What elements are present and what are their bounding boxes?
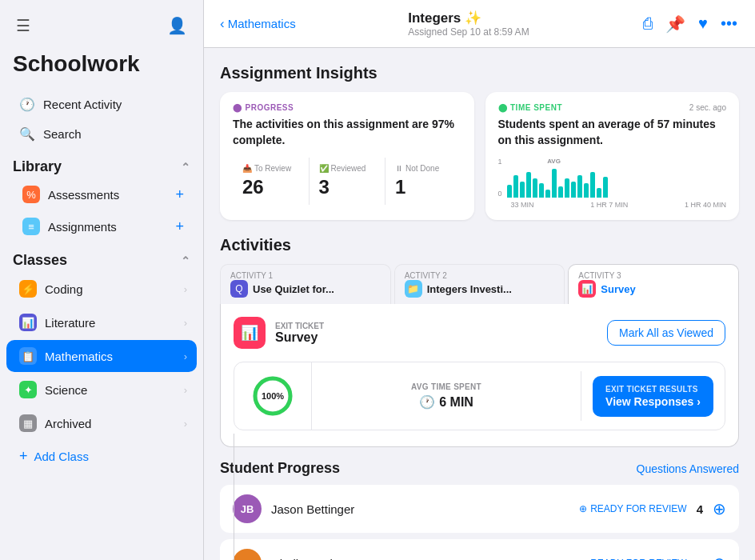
sidebar-item-literature[interactable]: 📊 Literature › [6, 306, 197, 338]
sidebar-item-science[interactable]: ✦ Science › [6, 374, 197, 406]
ready-icon: ⊕ [579, 503, 587, 514]
library-section-title[interactable]: Library ⌃ [0, 149, 203, 178]
add-class-button[interactable]: + Add Class [6, 441, 197, 472]
chart-label-2: 1 HR 7 MIN [590, 201, 628, 209]
not-done-label: ⏸ Not Done [395, 164, 452, 173]
exit-ticket-icon: 📊 [234, 317, 266, 349]
back-button[interactable]: ‹ Mathematics [220, 16, 296, 32]
science-class-icon: ✦ [19, 381, 37, 398]
page-title: Integers ✨ [408, 10, 529, 26]
pause-icon: ⏸ [395, 164, 403, 173]
bar-7 [545, 190, 550, 198]
time-ago: 2 sec. ago [689, 103, 726, 112]
library-chevron-icon: ⌃ [181, 161, 190, 174]
more-options-button[interactable]: ••• [719, 13, 739, 34]
exit-ticket-label: EXIT TICKET [275, 322, 324, 330]
questions-answered-link[interactable]: Questions Answered [637, 462, 739, 475]
activity-tabs: ACTIVITY 1 Q Use Quizlet for... ACTIVITY… [220, 264, 739, 304]
quizlet-icon: Q [230, 280, 248, 298]
mark-all-viewed-button[interactable]: Mark All as Viewed [607, 320, 725, 346]
literature-class-icon: 📊 [19, 314, 37, 331]
coding-class-icon: ⚡ [19, 280, 37, 298]
avg-label: AVG [547, 158, 561, 165]
folder-icon: 📁 [405, 280, 422, 298]
exit-ticket-name: Survey [275, 330, 324, 345]
bar-chart-labels: 33 MIN 1 HR 7 MIN 1 HR 40 MIN [498, 201, 727, 209]
inbox-icon: 📥 [242, 164, 252, 173]
reviewed-label: ✅ Reviewed [319, 164, 376, 173]
sidebar-item-recent-label: Recent Activity [43, 98, 122, 111]
pin-button[interactable]: 📌 [664, 13, 687, 35]
main-content: ‹ Mathematics Integers ✨ Assigned Sep 10… [204, 0, 755, 560]
student-more-button-cb[interactable]: ⊕ [713, 554, 726, 560]
act3-num: ACTIVITY 3 [578, 271, 729, 280]
user-profile-button[interactable]: 👤 [164, 13, 190, 38]
metrics-row: 100% AVG TIME SPENT 🕐 6 MIN [234, 362, 725, 430]
literature-chevron-icon: › [184, 317, 187, 329]
sidebar-item-search-label: Search [43, 127, 82, 141]
bar-6 [539, 183, 544, 198]
assignments-icon: ≡ [22, 218, 40, 235]
avg-time-metric: AVG TIME SPENT 🕐 6 MIN [312, 371, 581, 421]
survey-tab-icon: 📊 [578, 280, 596, 298]
act2-num: ACTIVITY 2 [405, 271, 555, 280]
completion-circle: 100% [250, 374, 295, 418]
y-axis-label: 10 [498, 158, 502, 198]
time-text: Students spent an average of 57 minutes … [498, 117, 727, 148]
bar-12 [584, 183, 589, 198]
ready-badge-jb: ⊕ READY FOR REVIEW [579, 503, 686, 514]
view-responses-button[interactable]: EXIT TICKET RESULTS View Responses › [593, 376, 713, 417]
assigned-date: Assigned Sep 10 at 8:59 AM [408, 26, 529, 38]
completion-metric: 100% [234, 362, 312, 430]
avg-time-value: 🕐 6 MIN [419, 394, 473, 410]
completion-pct: 100% [262, 391, 284, 401]
activity-tab-1[interactable]: ACTIVITY 1 Q Use Quizlet for... [220, 264, 391, 304]
add-assignment-icon[interactable]: + [175, 218, 184, 235]
plus-icon: + [19, 448, 28, 465]
archived-class-icon: ▦ [19, 414, 37, 432]
bar-11 [577, 175, 582, 198]
sidebar: ☰ 👤 Schoolwork 🕐 Recent Activity 🔍 Searc… [0, 0, 204, 560]
bar-4 [526, 172, 531, 198]
bar-14 [597, 188, 601, 198]
student-score-cb: 4 [697, 557, 703, 560]
science-chevron-icon: › [184, 384, 187, 396]
library-item-assignments[interactable]: ≡ Assignments + [6, 211, 197, 242]
favorite-button[interactable]: ♥ [697, 13, 709, 34]
sidebar-item-coding[interactable]: ⚡ Coding › [6, 273, 197, 305]
bar-3 [520, 182, 525, 198]
activity-tab-3[interactable]: ACTIVITY 3 📊 Survey [568, 264, 739, 304]
sidebar-item-mathematics[interactable]: 📋 Mathematics › [6, 340, 197, 372]
app-title: Schoolwork [0, 48, 203, 90]
student-avatar-cb: CB [233, 549, 262, 560]
student-more-button-jb[interactable]: ⊕ [713, 499, 726, 518]
insights-section-title: Assignment Insights [220, 64, 739, 82]
back-chevron-icon: ‹ [220, 16, 225, 32]
avg-time-label: AVG TIME SPENT [411, 382, 481, 391]
clock-small-icon: 🕐 [419, 394, 435, 410]
bar-avg: AVG [552, 169, 557, 198]
classes-section-title[interactable]: Classes ⌃ [0, 242, 203, 272]
header-actions: ⎙ 📌 ♥ ••• [641, 13, 739, 35]
sidebar-item-archived[interactable]: ▦ Archived › [6, 407, 197, 439]
add-assessment-icon[interactable]: + [175, 186, 184, 203]
library-item-assessments[interactable]: % Assessments + [6, 179, 197, 210]
chevron-right-icon: › [697, 394, 701, 409]
student-row: JB Jason Bettinger ⊕ READY FOR REVIEW 4 … [220, 485, 739, 533]
archived-chevron-icon: › [184, 418, 187, 430]
student-progress-section: Student Progress Questions Answered JB J… [220, 460, 739, 560]
check-icon: ✅ [319, 164, 329, 173]
reviewed-value: 3 [319, 176, 376, 198]
time-dot-icon: ⬤ [498, 103, 508, 112]
sidebar-toggle-button[interactable]: ☰ [13, 13, 34, 38]
student-name-jb: Jason Bettinger [271, 502, 354, 516]
time-tag: ⬤ TIME SPENT [498, 103, 563, 112]
activity-tab-2[interactable]: ACTIVITY 2 📁 Integers Investi... [394, 264, 565, 304]
sidebar-item-search[interactable]: 🔍 Search [6, 120, 197, 148]
sidebar-item-recent[interactable]: 🕐 Recent Activity [6, 90, 197, 118]
share-button[interactable]: ⎙ [641, 13, 654, 34]
insights-row: ⬤ PROGRESS The activities on this assign… [220, 92, 739, 220]
progress-insight-card: ⬤ PROGRESS The activities on this assign… [220, 92, 474, 220]
to-review-stat: 📥 To Review 26 [233, 158, 310, 205]
student-score-jb: 4 [697, 502, 703, 516]
